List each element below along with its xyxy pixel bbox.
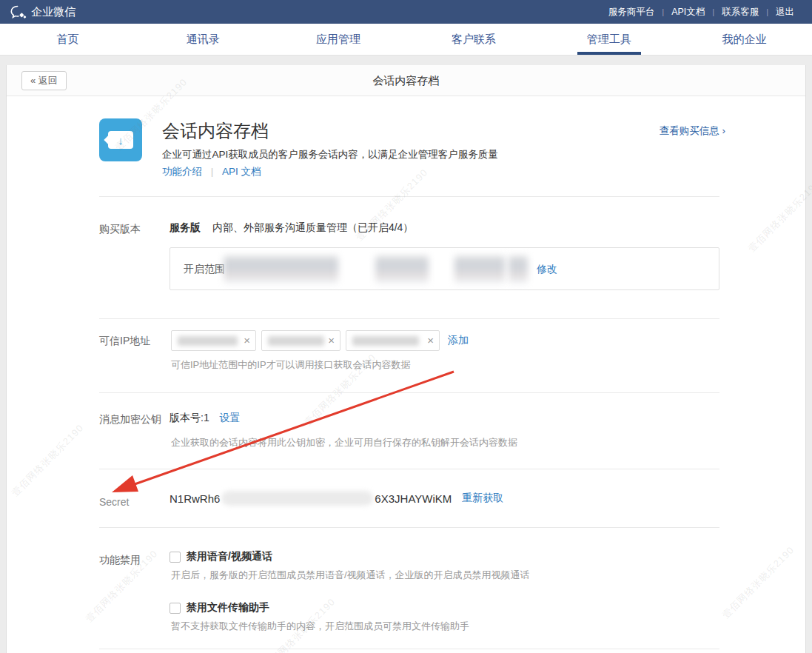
option-label: 禁用文件传输助手: [187, 601, 269, 615]
divider: [99, 649, 719, 649]
topbar-link-provider-platform[interactable]: 服务商平台: [601, 6, 662, 19]
redacted-ip-address: [268, 336, 324, 346]
close-icon[interactable]: ×: [328, 334, 335, 347]
app-icon: ↓: [99, 118, 142, 161]
edition-description: 内部、外部服务沟通质量管理（已开启4/4）: [212, 221, 413, 233]
divider: [99, 392, 719, 393]
pubkey-version: 版本号:1: [170, 412, 209, 423]
feature-disable-label: 功能禁用: [99, 554, 141, 567]
tab-contacts[interactable]: 通讯录: [135, 24, 271, 55]
subheader: « 返回 会话内容存档: [7, 65, 805, 96]
app-description: 企业可通过API获取成员的客户服务会话内容，以满足企业管理客户服务质量: [162, 148, 498, 161]
disable-voice-video-option: 禁用语音/视频通话: [170, 550, 272, 563]
disable-voice-video-checkbox[interactable]: [170, 552, 181, 563]
redacted-secret: [221, 491, 373, 506]
disable-file-helper-checkbox[interactable]: [170, 603, 181, 614]
secret-label: Secret: [99, 496, 129, 508]
purchase-version-label: 购买版本: [99, 223, 141, 236]
close-icon[interactable]: ×: [427, 334, 434, 347]
tab-home[interactable]: 首页: [0, 24, 135, 55]
watermark: 壹佰网络张晓乐2190: [745, 177, 812, 255]
download-arrow-icon: ↓: [108, 131, 133, 149]
disable-file-helper-option: 禁用文件传输助手: [170, 601, 269, 615]
tab-app-management[interactable]: 应用管理: [271, 24, 406, 55]
redacted-scope-members: [454, 256, 505, 283]
disable-file-helper-help: 暂不支持获取文件传输助手的内容，开启范围成员可禁用文件传输助手: [171, 620, 469, 633]
enable-scope-label: 开启范围: [184, 263, 225, 276]
divider: [99, 196, 719, 197]
option-label: 禁用语音/视频通话: [187, 550, 272, 563]
wework-logo-icon: [10, 5, 27, 19]
chat-download-icon: ↓: [108, 131, 133, 149]
close-icon[interactable]: ×: [244, 334, 250, 347]
tab-management-tools[interactable]: 管理工具: [541, 24, 677, 55]
disable-voice-video-help: 开启后，服务版的开启范围成员禁用语音/视频通话，企业版的开启成员禁用视频通话: [171, 569, 530, 582]
topbar: 企业微信 服务商平台 | API文档 | 联系客服 | 退出: [0, 0, 812, 24]
pubkey-version-row: 版本号:1 设置: [170, 412, 241, 425]
redacted-ip-address: [352, 336, 419, 346]
divider: [99, 527, 719, 528]
api-doc-link[interactable]: API 文档: [222, 166, 261, 177]
encryption-pubkey-label: 消息加密公钥: [99, 413, 161, 426]
tab-customer-contact[interactable]: 客户联系: [406, 24, 541, 55]
refresh-secret-link[interactable]: 重新获取: [462, 492, 503, 505]
app-links: 功能介绍 | API 文档: [162, 165, 261, 178]
edition-name: 服务版: [170, 221, 201, 233]
divider: [99, 469, 719, 469]
trusted-ip-help: 可信IP地址范围中的IP才可以调用接口获取会话内容数据: [171, 358, 411, 372]
topbar-link-logout[interactable]: 退出: [768, 6, 802, 19]
redacted-scope-members: [509, 256, 528, 283]
view-purchase-info-link[interactable]: 查看购买信息 ›: [660, 124, 725, 138]
main-card: « 返回 会话内容存档 ↓ 会话内容存档 企业可通过API获取成员的客户服务会话…: [6, 65, 806, 653]
trusted-ip-item: ×: [346, 330, 440, 351]
tab-my-company[interactable]: 我的企业: [677, 24, 812, 55]
trusted-ip-label: 可信IP地址: [99, 335, 150, 348]
separator: |: [211, 166, 214, 177]
edition-row: 服务版 内部、外部服务沟通质量管理（已开启4/4）: [170, 221, 413, 235]
add-ip-link[interactable]: 添加: [448, 334, 469, 347]
redacted-scope-members: [375, 256, 429, 283]
pubkey-help: 企业获取的会话内容将用此公钥加密，企业可用自行保存的私钥解开会话内容数据: [171, 436, 517, 449]
feature-intro-link[interactable]: 功能介绍: [162, 166, 202, 177]
watermark: 壹佰网络张晓乐2190: [9, 421, 87, 499]
app-title: 会话内容存档: [162, 119, 269, 143]
brand: 企业微信: [10, 5, 76, 19]
topbar-link-contact-support[interactable]: 联系客服: [714, 6, 766, 19]
topbar-link-api-docs[interactable]: API文档: [664, 6, 712, 19]
enable-scope-box: 开启范围 修改: [170, 247, 719, 290]
brand-name: 企业微信: [31, 5, 76, 19]
trusted-ip-item: ×: [171, 330, 256, 351]
redacted-ip-address: [178, 336, 238, 346]
divider: [99, 318, 719, 319]
secret-value-prefix: N1RwRh6: [170, 492, 220, 505]
redacted-scope-members: [224, 256, 338, 283]
chevron-right-icon: ›: [722, 125, 726, 136]
watermark: 壹佰网络张晓乐2190: [719, 543, 797, 621]
page-title: 会话内容存档: [7, 65, 805, 96]
trusted-ip-item: ×: [261, 330, 340, 351]
secret-value-row: N1RwRh6 6X3JHAYWiKM 重新获取: [170, 491, 503, 506]
set-pubkey-link[interactable]: 设置: [220, 412, 241, 423]
topbar-links: 服务商平台 | API文档 | 联系客服 | 退出: [601, 6, 802, 19]
secret-value-suffix: 6X3JHAYWiKM: [375, 492, 452, 505]
main-nav: 首页 通讯录 应用管理 客户联系 管理工具 我的企业: [0, 24, 812, 56]
modify-scope-link[interactable]: 修改: [537, 263, 557, 276]
